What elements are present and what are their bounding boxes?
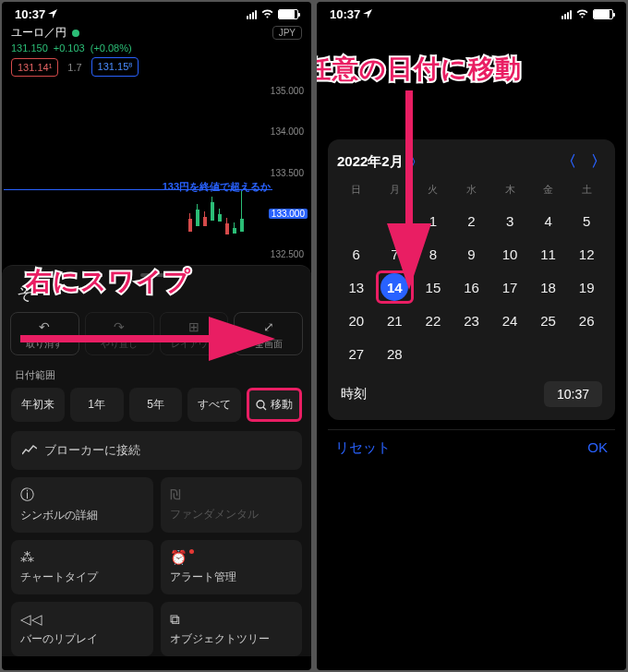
day-11[interactable]: 11 (529, 237, 568, 270)
tool-label: チャートタイプ (20, 570, 98, 583)
day-4[interactable]: 4 (529, 204, 568, 237)
bid-box[interactable]: 131.14¹ (11, 58, 58, 77)
day-26[interactable]: 26 (567, 304, 606, 337)
tool-label: アラート管理 (170, 570, 236, 583)
axis-tick: 132.500 (269, 249, 308, 259)
annotation-swipe-right: 右にスワイプ (26, 264, 191, 299)
wifi-icon (260, 7, 274, 21)
day-17[interactable]: 17 (490, 270, 529, 304)
day-18[interactable]: 18 (529, 270, 568, 304)
tool-チャートタイプ[interactable]: ⁂チャートタイプ (11, 540, 153, 594)
price-axis: 135.000134.000133.500133.000132.500 (269, 80, 308, 265)
range-1年[interactable]: 1年 (70, 388, 124, 422)
day-6[interactable]: 6 (337, 237, 376, 270)
symbol-name: ユーロ／円 (11, 25, 66, 41)
axis-tick: 133.500 (269, 168, 308, 178)
broker-connect-card[interactable]: ブローカーに接続 (11, 431, 302, 470)
day-27[interactable]: 27 (337, 337, 376, 370)
time-value[interactable]: 10:37 (544, 381, 602, 407)
arrow-down-icon (381, 90, 437, 297)
broker-connect-label: ブローカーに接続 (44, 442, 140, 459)
price-row: 131.150 +0.103 (+0.08%) (2, 42, 311, 57)
day-22[interactable]: 22 (414, 304, 453, 337)
day-21[interactable]: 21 (376, 304, 415, 337)
days-grid: 1234567891011121314151617181920212223242… (337, 204, 606, 370)
axis-tick: 133.000 (269, 209, 308, 219)
day-16[interactable]: 16 (453, 270, 491, 304)
range-move-button[interactable]: 移動 (247, 388, 302, 422)
phone-right: 10:37 任意の日付に移動 2022年2月 〉 〈 〉 日月火水木金土 123… (317, 2, 626, 670)
day-25[interactable]: 25 (529, 304, 568, 337)
day-23[interactable]: 23 (453, 304, 491, 337)
svg-point-0 (257, 401, 264, 408)
phone-left: 10:37 ユーロ／円 JPY 131.150 +0.103 (+0.08%) … (2, 2, 311, 670)
price-change-pct: (+0.08%) (91, 42, 132, 54)
tool-icon: ⁂ (20, 549, 144, 566)
range-section-label: 日付範囲 (2, 363, 311, 388)
weekday-row: 日月火水木金土 (337, 183, 606, 197)
calendar-header: 2022年2月 〉 〈 〉 (337, 152, 606, 172)
axis-tick: 135.000 (269, 86, 308, 96)
weekday: 水 (453, 183, 491, 197)
move-label: 移動 (271, 397, 293, 413)
weekday: 金 (529, 183, 568, 197)
tool-label: ファンダメンタル (170, 508, 259, 521)
wifi-icon (575, 7, 589, 21)
day-28[interactable]: 28 (376, 337, 415, 370)
range-5年[interactable]: 5年 (129, 388, 183, 422)
tool-label: オブジェクトツリー (170, 632, 270, 645)
time-label: 時刻 (341, 386, 367, 402)
day-3[interactable]: 3 (490, 204, 529, 237)
range-すべて[interactable]: すべて (187, 388, 241, 422)
chart[interactable]: 135.000134.000133.500133.000132.500 133円… (4, 80, 309, 265)
day-12[interactable]: 12 (567, 237, 606, 270)
status-bar: 10:37 (2, 2, 311, 23)
time-row: 時刻 10:37 (337, 381, 606, 407)
tool-バーのリプレイ[interactable]: ◁◁バーのリプレイ (11, 602, 153, 656)
weekday: 木 (490, 183, 529, 197)
annotation-goto-date: 任意の日付に移動 (317, 52, 522, 87)
battery-icon (278, 9, 298, 19)
spread: 1.7 (67, 62, 81, 73)
range-年初来[interactable]: 年初来 (11, 388, 65, 422)
tool-icon: ⓘ (20, 486, 144, 504)
search-icon (256, 400, 267, 411)
arrow-right-icon (20, 316, 279, 366)
price-change: +0.103 (54, 42, 85, 54)
day-20[interactable]: 20 (337, 304, 376, 337)
day-13[interactable]: 13 (337, 270, 376, 304)
day-2[interactable]: 2 (453, 204, 491, 237)
axis-tick: 134.000 (269, 126, 308, 137)
day-10[interactable]: 10 (490, 237, 529, 270)
prev-month-button[interactable]: 〈 (562, 152, 576, 172)
svg-line-1 (263, 407, 266, 410)
status-bar: 10:37 (317, 2, 626, 23)
tool-icon: ◁◁ (20, 611, 144, 628)
weekday: 日 (337, 183, 376, 197)
day-9[interactable]: 9 (453, 237, 491, 270)
location-icon (363, 7, 372, 21)
signal-icon (562, 10, 572, 19)
currency-badge[interactable]: JPY (272, 26, 302, 40)
location-icon (48, 7, 57, 21)
day-24[interactable]: 24 (490, 304, 529, 337)
ok-button[interactable]: OK (587, 439, 608, 457)
symbol-row[interactable]: ユーロ／円 JPY (2, 23, 311, 42)
weekday: 土 (567, 183, 606, 197)
status-time: 10:37 (330, 7, 360, 21)
status-time: 10:37 (15, 7, 45, 21)
trend-label: 133円を終値で超えるか (163, 180, 271, 194)
ask-box[interactable]: 131.15⁸ (91, 57, 139, 77)
next-month-button[interactable]: 〉 (591, 152, 606, 172)
last-price: 131.150 (11, 42, 48, 54)
picker-footer: リセット OK (328, 429, 615, 457)
signal-icon (247, 10, 257, 19)
tool-アラート管理[interactable]: ⏰アラート管理 (161, 540, 303, 594)
tool-icon: ⧉ (170, 611, 294, 628)
day-5[interactable]: 5 (567, 204, 606, 237)
tool-オブジェクトツリー[interactable]: ⧉オブジェクトツリー (161, 602, 303, 656)
day-19[interactable]: 19 (567, 270, 606, 304)
reset-button[interactable]: リセット (335, 439, 391, 457)
tool-シンボルの詳細[interactable]: ⓘシンボルの詳細 (11, 477, 153, 533)
date-picker: 2022年2月 〉 〈 〉 日月火水木金土 123456789101112131… (328, 139, 615, 420)
